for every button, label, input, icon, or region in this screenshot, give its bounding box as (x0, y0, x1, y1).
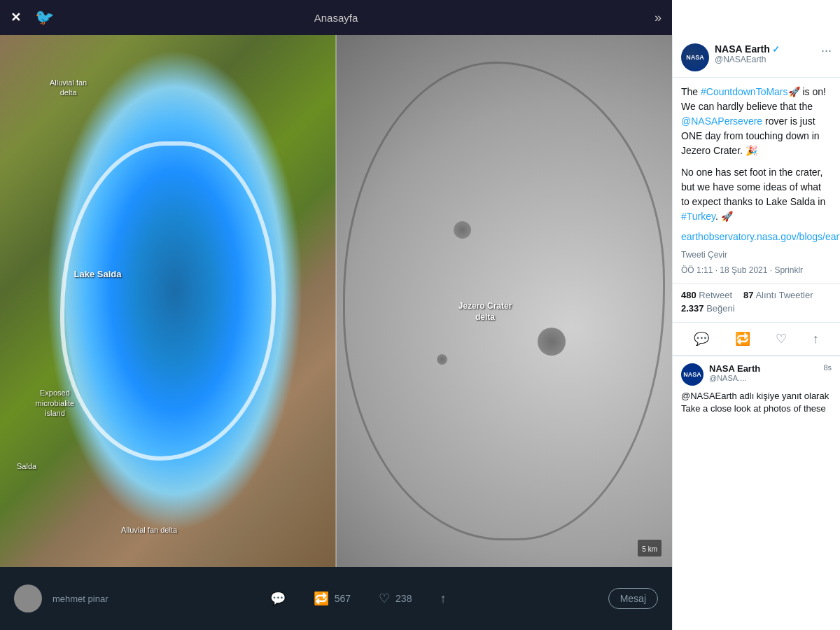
scale-bar: 5 km (638, 540, 662, 556)
mention-nasa-persevere[interactable]: @NASAPersevere (681, 115, 762, 127)
close-button[interactable]: ✕ (10, 10, 21, 25)
lake-visual (0, 35, 336, 567)
user-avatar (14, 584, 42, 612)
tweet-header: NASA NASA Earth ✓ @NASAEarth ··· (673, 35, 840, 78)
author-name-text: NASA Earth (715, 43, 770, 55)
tweet-actions: 💬 🔁 ♡ ↑ (673, 323, 840, 356)
tweet-author-info: NASA Earth ✓ @NASAEarth (715, 43, 821, 64)
navigate-forward-icon[interactable]: » (654, 10, 662, 25)
reply-tweet-header: NASA NASA Earth @NASA.... 8s (681, 363, 832, 386)
retweet-stat: 480 Retweet (681, 290, 732, 300)
tweet-reply-button[interactable]: 💬 (688, 328, 715, 349)
tweet-text-2: No one has set foot in the crater, but w… (681, 165, 832, 224)
like-label: Beğeni (706, 303, 734, 314)
nasa-avatar: NASA (681, 43, 709, 71)
lake-salda-label: Lake Salda (74, 269, 122, 281)
tweet-timestamp: ÖÖ 1:11 · 18 Şub 2021 · Sprinklr (681, 264, 832, 276)
right-panel: NASA NASA Earth ✓ @NASAEarth ··· The #Co… (672, 35, 840, 630)
reply-author-handle: @NASA.... (709, 374, 760, 382)
salda-label: Salda (17, 461, 36, 471)
image-divider (335, 35, 337, 567)
top-navigation: ✕ 🐦 Anasayfa » (0, 0, 672, 35)
tweet-author-name: NASA Earth ✓ (715, 43, 821, 55)
tweet-stats: 480 Retweet 87 Alıntı Tweetler 2.337 Beğ… (673, 284, 840, 323)
retweet-action[interactable]: 🔁 567 (314, 591, 351, 606)
reply-avatar-text: NASA (683, 371, 701, 378)
tweet-text-1: The #CountdownToMars🚀 is on! We can hard… (681, 85, 832, 158)
tweet-link-text: earthobservatory.nasa.gov/blogs/earthmat… (681, 230, 832, 244)
main-container: Alluvial fan delta Lake Salda Exposed mi… (0, 35, 840, 630)
image-area: Alluvial fan delta Lake Salda Exposed mi… (0, 35, 672, 567)
retweet-count: 567 (335, 593, 351, 604)
share-icon: ↑ (440, 592, 446, 606)
quote-count: 87 (743, 290, 753, 300)
retweet-label: Retweet (699, 290, 732, 300)
article-link[interactable]: earthobservatory.nasa.gov/blogs/earthmat… (681, 231, 840, 242)
tweet-body: The #CountdownToMars🚀 is on! We can hard… (673, 78, 840, 284)
small-crater-3 (437, 354, 447, 365)
quote-stat: 87 Alıntı Tweetler (743, 290, 813, 300)
verified-badge: ✓ (772, 44, 780, 55)
tweet-translate-label[interactable]: Tweeti Çevir (681, 248, 832, 261)
quote-label: Alıntı Tweetler (755, 290, 813, 300)
reply-author-info: NASA Earth @NASA.... (709, 363, 760, 382)
retweet-count: 480 (681, 290, 696, 300)
nasa-avatar-inner: NASA (681, 43, 709, 71)
small-crater-1 (454, 221, 471, 239)
hashtag-turkey[interactable]: #Turkey (681, 211, 715, 222)
tweet-author-handle: @NASAEarth (715, 55, 821, 64)
reply-action[interactable]: 💬 (270, 591, 286, 606)
home-nav-label[interactable]: Anasayfa (314, 12, 358, 24)
lake-shoreline (60, 141, 275, 461)
image-split: Alluvial fan delta Lake Salda Exposed mi… (0, 35, 672, 567)
exposed-micro-label: Exposed microbialite island (27, 388, 83, 418)
tweet-retweet-button[interactable]: 🔁 (729, 328, 756, 349)
like-action[interactable]: ♡ 238 (379, 591, 412, 606)
tweet-more-button[interactable]: ··· (821, 43, 832, 58)
reply-tweet-avatar: NASA (681, 363, 704, 386)
username-label: mehmet pinar (52, 594, 108, 604)
bottom-bar: mehmet pinar 💬 🔁 567 ♡ 238 ↑ Mesaj (0, 567, 672, 630)
tweet-stat-row-1: 480 Retweet 87 Alıntı Tweetler (681, 290, 832, 300)
retweet-icon: 🔁 (314, 591, 329, 606)
tweet-share-button[interactable]: ↑ (807, 328, 825, 349)
like-count: 2.337 (681, 303, 704, 314)
lake-salda-image: Alluvial fan delta Lake Salda Exposed mi… (0, 35, 336, 567)
reply-tweet-body: @NASAEarth adlı kişiye yanıt olarak Take… (681, 390, 832, 415)
alluvial-fan-delta-bottom-label: Alluvial fan delta (118, 525, 181, 535)
like-stat: 2.337 Beğeni (681, 303, 735, 314)
reply-tweet-time: 8s (823, 363, 832, 372)
jezero-crater-image: Jezero Crater delta 5 km (336, 35, 672, 567)
like-icon: ♡ (379, 591, 390, 606)
alluvial-fan-delta-top-label: Alluvial fan delta (41, 78, 97, 98)
jezero-crater-delta-label: Jezero Crater delta (454, 301, 517, 323)
hashtag-countdown-to-mars[interactable]: #CountdownToMars (701, 86, 788, 97)
small-crater-2 (538, 328, 566, 356)
twitter-icon: 🐦 (35, 8, 54, 27)
reply-icon: 💬 (270, 591, 286, 606)
reply-button[interactable]: Mesaj (608, 588, 658, 609)
bottom-actions: 💬 🔁 567 ♡ 238 ↑ (108, 591, 608, 606)
tweet-stat-row-2: 2.337 Beğeni (681, 303, 832, 314)
reply-author-name: NASA Earth (709, 363, 760, 374)
left-section: Alluvial fan delta Lake Salda Exposed mi… (0, 35, 672, 630)
tweet-like-button[interactable]: ♡ (770, 328, 792, 349)
reply-tweet: NASA NASA Earth @NASA.... 8s @NASAEarth … (673, 356, 840, 422)
scale-label: 5 km (642, 545, 657, 553)
like-count: 238 (396, 593, 412, 604)
share-action[interactable]: ↑ (440, 592, 446, 606)
